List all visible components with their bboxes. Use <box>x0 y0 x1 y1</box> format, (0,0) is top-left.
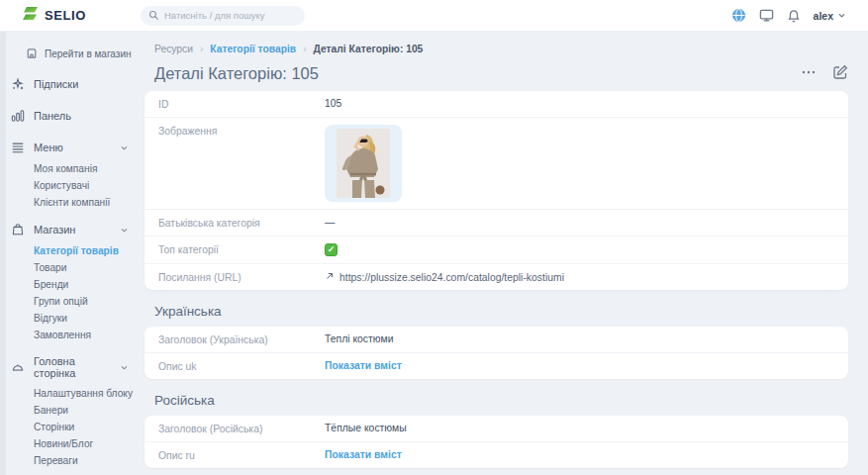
chevron-down-icon <box>120 143 129 152</box>
breadcrumb-resources[interactable]: Ресурси <box>154 44 193 54</box>
sidebar-item-product-categories[interactable]: Категорії товарів <box>8 242 139 259</box>
edit-button[interactable] <box>832 64 848 83</box>
row-label: Заголовок (Російська) <box>158 423 325 434</box>
global-search[interactable] <box>141 6 305 26</box>
chevron-down-icon <box>837 10 846 22</box>
page-actions <box>801 64 848 83</box>
sidebar-item-home-page[interactable]: Головна сторінка <box>8 349 139 385</box>
sidebar-item-label: Підписки <box>34 78 78 90</box>
detail-row-title-ru: Заголовок (Російська) Тёплые костюмы <box>145 416 848 442</box>
ellipsis-icon <box>801 64 817 83</box>
russian-card: Заголовок (Російська) Тёплые костюмы Опи… <box>145 416 848 468</box>
row-label: Заголовок (Українська) <box>158 333 325 345</box>
search-icon <box>148 7 159 25</box>
sidebar-item-company-clients[interactable]: Клієнти компанії <box>8 194 139 211</box>
edit-icon <box>832 64 848 83</box>
detail-row-description-uk: Опис uk Показати вміст <box>145 353 848 379</box>
sidebar-item-menu[interactable]: Меню <box>8 135 139 160</box>
sidebar-item-orders[interactable]: Замовлення <box>8 327 139 343</box>
row-label: Топ категорії <box>158 243 325 255</box>
ukrainian-card: Заголовок (Українська) Теплі костюми Опи… <box>145 327 848 379</box>
sidebar-item-reviews[interactable]: Відгуки <box>8 310 139 327</box>
row-label: Зображення <box>158 125 325 137</box>
detail-row-id: ID 105 <box>145 91 848 118</box>
sidebar-scrollbar[interactable] <box>0 32 6 475</box>
page-title: Деталі Категорію: 105 <box>154 64 319 83</box>
chevron-down-icon <box>120 363 129 372</box>
row-label: Батьківська категорія <box>158 217 325 229</box>
sidebar-item-label: Магазин <box>34 224 75 236</box>
storefront-icon <box>24 48 39 59</box>
sidebar-item-dashboard[interactable]: Панель <box>8 103 139 129</box>
section-title-ukrainian: Українська <box>154 304 848 319</box>
chevron-down-icon <box>120 226 129 235</box>
sidebar-item-go-to-store[interactable]: Перейти в магазин <box>8 42 139 65</box>
row-value: Теплі костюми <box>325 333 393 344</box>
category-url-link[interactable]: https://plussize.selio24.com/catalog/tep… <box>339 272 564 283</box>
sidebar-item-label: Панель <box>34 110 71 122</box>
globe-icon[interactable] <box>731 8 746 23</box>
sidebar-item-block-settings[interactable]: Налаштування блоку <box>8 385 139 402</box>
more-actions-button[interactable] <box>801 64 817 83</box>
external-link-icon <box>325 271 335 283</box>
sparkles-icon <box>10 77 25 91</box>
top-header: SELIO alex <box>0 0 868 32</box>
breadcrumb-current: Деталі Категорію: 105 <box>314 44 424 54</box>
menu-lines-icon <box>10 141 25 154</box>
selio-logo-icon <box>22 5 39 26</box>
detail-row-image: Зображення <box>145 118 848 210</box>
detail-row-parent-category: Батьківська категорія — <box>145 210 848 237</box>
sidebar-item-label: Меню <box>34 142 63 153</box>
sidebar-item-users[interactable]: Користувачі <box>8 177 139 194</box>
monitor-icon[interactable] <box>759 8 774 23</box>
row-label: Посилання (URL) <box>158 271 325 283</box>
sidebar-item-brands[interactable]: Бренди <box>8 276 139 293</box>
sidebar-item-label: Головна сторінка <box>34 355 111 379</box>
breadcrumb-product-categories[interactable]: Категорії товарів <box>210 44 296 54</box>
home-page-icon <box>10 360 25 374</box>
row-value: Тёплые костюмы <box>325 423 407 433</box>
user-name: alex <box>814 10 833 22</box>
sidebar-item-subscriptions[interactable]: Підписки <box>8 71 139 97</box>
sidebar-item-option-groups[interactable]: Групи опцій <box>8 293 139 310</box>
section-title-russian: Російська <box>154 393 848 408</box>
category-image[interactable] <box>325 125 402 202</box>
row-value: — <box>325 217 335 228</box>
row-label: Опис ru <box>158 449 325 461</box>
breadcrumb-separator: › <box>200 44 203 54</box>
breadcrumb-separator: › <box>303 44 306 54</box>
details-card: ID 105 Зображення <box>145 91 848 290</box>
top-category-checkbox[interactable] <box>325 243 338 256</box>
detail-row-description-ru: Опис ru Показати вміст <box>145 442 848 468</box>
sidebar-item-benefits[interactable]: Переваги <box>8 452 139 469</box>
sidebar: Перейти в магазин Підписки <box>0 32 139 475</box>
show-content-link-ru[interactable]: Показати вміст <box>325 449 402 460</box>
detail-row-top-category: Топ категорії <box>145 237 848 264</box>
logo[interactable]: SELIO <box>0 5 141 26</box>
breadcrumb: Ресурси › Категорії товарів › Деталі Кат… <box>145 44 848 54</box>
sidebar-item-products[interactable]: Товари <box>8 259 139 276</box>
bar-chart-icon <box>10 109 25 123</box>
sidebar-item-label: Перейти в магазин <box>45 48 132 59</box>
user-menu[interactable]: alex <box>814 10 846 22</box>
sidebar-item-news-blog[interactable]: Новини/Блог <box>8 435 139 452</box>
row-label: ID <box>158 98 325 110</box>
sidebar-item-my-company[interactable]: Моя компанія <box>8 160 139 177</box>
show-content-link-uk[interactable]: Показати вміст <box>325 360 402 371</box>
detail-row-title-uk: Заголовок (Українська) Теплі костюми <box>145 327 848 353</box>
logo-text: SELIO <box>45 8 86 23</box>
sidebar-item-banners[interactable]: Банери <box>8 402 139 419</box>
bell-icon[interactable] <box>787 9 801 23</box>
search-input[interactable] <box>164 10 297 21</box>
sidebar-item-shop[interactable]: Магазин <box>8 217 139 242</box>
sidebar-item-pages[interactable]: Сторінки <box>8 419 139 435</box>
main-content: Ресурси › Категорії товарів › Деталі Кат… <box>139 32 868 475</box>
detail-row-url: Посилання (URL) https://plussize.selio24… <box>145 264 848 290</box>
row-label: Опис uk <box>158 360 325 372</box>
header-right: alex <box>731 8 868 23</box>
row-value: 105 <box>325 98 341 109</box>
shopping-bag-icon <box>10 223 25 237</box>
